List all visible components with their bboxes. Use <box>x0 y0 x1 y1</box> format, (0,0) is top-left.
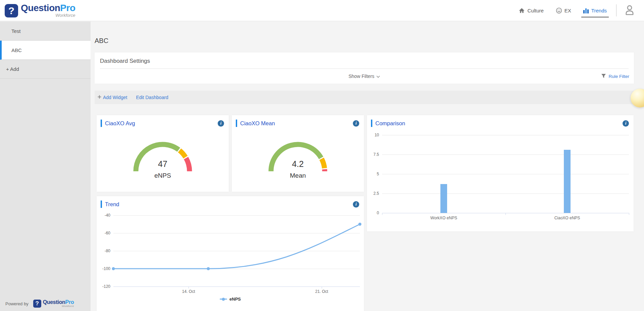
widgets-grid: CiaoXO Avg i 47 eNPS CiaoXO Mean i <box>97 115 634 311</box>
x-axis-category-label: WorkXO eNPS <box>430 216 457 220</box>
brand-logo-glyph: ? <box>8 5 14 16</box>
x-axis-tick <box>505 213 506 215</box>
gauge-value: 47 <box>129 159 196 169</box>
top-nav-bar: ? QuestionPro Workforce Culture <box>0 0 644 21</box>
brand-wordmark: QuestionPro Workforce <box>21 3 75 17</box>
add-widget-button[interactable]: Add Widget <box>97 95 127 100</box>
gauge-chart-mean: 4.2 Mean <box>264 138 331 185</box>
data-point-marker[interactable] <box>112 267 115 270</box>
nav-item-culture[interactable]: Culture <box>519 0 543 21</box>
y-axis-tick-label: 7.5 <box>373 152 379 157</box>
nav-item-label: Trends <box>591 8 607 13</box>
gridline <box>382 193 629 194</box>
y-axis-tick-label: -60 <box>105 231 110 235</box>
widget-trend: Trend i -40-60-80-100-12014. Oct21. Oct … <box>97 196 364 311</box>
brand-name-secondary: Pro <box>60 3 75 13</box>
gauge-value-label: Mean <box>264 172 331 179</box>
legend-label: eNPS <box>229 297 241 302</box>
rule-filter-button[interactable]: Rule Filter <box>601 69 629 84</box>
brand-logo[interactable]: ? QuestionPro Workforce <box>5 3 75 17</box>
active-nav-underline <box>581 16 609 18</box>
plus-icon <box>97 95 102 100</box>
y-axis-tick-label: 0 <box>377 211 379 215</box>
gridline <box>382 174 629 174</box>
brand-logo-icon: ? <box>5 4 18 17</box>
powered-by-label: Powered by <box>5 301 29 306</box>
dashboard-settings-title: Dashboard Settings <box>95 52 634 69</box>
widget-accent-bar <box>371 120 372 127</box>
brand-tagline: Workforce <box>21 13 75 17</box>
sidebar-item-abc[interactable]: ABC <box>0 41 91 60</box>
sidebar-item-test[interactable]: Test <box>0 21 91 41</box>
gridline <box>382 135 629 135</box>
nav-item-label: Culture <box>527 8 543 13</box>
data-point-marker[interactable] <box>359 223 362 226</box>
widget-accent-bar <box>101 201 102 208</box>
widget-accent-bar <box>101 120 102 127</box>
x-axis-tick <box>322 286 322 288</box>
rule-filter-label: Rule Filter <box>608 74 629 79</box>
nav-item-label: EX <box>565 8 571 13</box>
bar-CiaoXO eNPS[interactable] <box>564 150 571 213</box>
profile-menu-button[interactable] <box>624 4 635 16</box>
nav-item-ex[interactable]: EX <box>556 0 571 21</box>
x-axis-category-label: CiaoXO eNPS <box>554 216 580 220</box>
filters-row: Show Filters Rule Filter <box>95 69 634 84</box>
dashboard-toolbar: Add Widget Edit Dashboard <box>95 91 634 104</box>
x-axis-tick <box>629 213 629 215</box>
widget-ciaoxo-avg: CiaoXO Avg i 47 eNPS <box>97 115 229 192</box>
trend-line-chart: -40-60-80-100-12014. Oct21. Oct <box>113 215 360 286</box>
y-axis-tick-label: 2.5 <box>373 191 379 196</box>
line-series-path <box>113 224 360 269</box>
brand-name-primary: Question <box>21 3 60 13</box>
gauge-value-label: eNPS <box>129 172 196 179</box>
chevron-down-icon <box>376 74 380 79</box>
widget-accent-bar <box>236 120 237 127</box>
show-filters-toggle[interactable]: Show Filters <box>348 74 380 79</box>
widget-comparison: Comparison i 02.557.510WorkXO eNPSCiaoXO… <box>367 115 634 231</box>
sidebar-item-label: ABC <box>11 47 22 53</box>
smiley-icon <box>556 7 562 14</box>
x-axis-tick <box>189 286 189 288</box>
gauge-value: 4.2 <box>264 159 331 169</box>
data-point-marker[interactable] <box>207 267 210 270</box>
comparison-bar-chart: 02.557.510WorkXO eNPSCiaoXO eNPS <box>382 135 629 213</box>
y-axis-tick-label: -80 <box>105 249 110 253</box>
info-icon[interactable]: i <box>353 120 359 127</box>
sidebar-item-label: Test <box>11 28 21 34</box>
sidebar-add-dashboard-button[interactable]: + Add <box>0 60 91 79</box>
x-axis-tick-label: 14. Oct <box>182 289 195 294</box>
y-axis-tick-label: 10 <box>375 133 379 137</box>
info-icon[interactable]: i <box>623 120 629 127</box>
chart-legend[interactable]: eNPS <box>97 297 364 302</box>
info-icon[interactable]: i <box>218 120 224 127</box>
home-icon <box>519 7 525 13</box>
y-axis-tick-label: -40 <box>105 213 110 218</box>
x-axis-tick <box>382 213 382 215</box>
legend-marker <box>220 299 227 300</box>
show-filters-label: Show Filters <box>348 74 374 79</box>
y-axis-tick-label: -100 <box>102 266 110 271</box>
bar-WorkXO eNPS[interactable] <box>440 184 447 213</box>
widget-title: Trend <box>105 201 119 208</box>
y-axis-tick-label: -120 <box>102 284 110 289</box>
sidebar: Test ABC + Add Powered by ? QuestionPro … <box>0 21 91 311</box>
info-icon[interactable]: i <box>353 201 359 208</box>
gauge-segment <box>179 150 185 157</box>
x-axis-tick-label: 21. Oct <box>315 289 328 294</box>
nav-divider <box>616 4 616 16</box>
bar-chart-icon <box>583 8 589 13</box>
funnel-icon <box>601 74 606 79</box>
header-nav: Culture EX Trends <box>506 0 635 21</box>
dashboard-settings-panel: Dashboard Settings Show Filters Rule Fil… <box>95 52 634 84</box>
gauge-chart-avg: 47 eNPS <box>129 138 196 185</box>
page-title: ABC <box>95 37 634 45</box>
nav-item-trends[interactable]: Trends <box>583 0 607 21</box>
brand-logo-icon-small: ? <box>33 300 41 308</box>
person-icon <box>624 4 635 16</box>
gridline <box>382 154 629 155</box>
widget-ciaoxo-mean: CiaoXO Mean i 4.2 Mean <box>232 115 364 192</box>
y-axis-tick-label: 5 <box>377 172 379 176</box>
widget-title: CiaoXO Mean <box>240 120 275 127</box>
edit-dashboard-button[interactable]: Edit Dashboard <box>136 95 168 100</box>
